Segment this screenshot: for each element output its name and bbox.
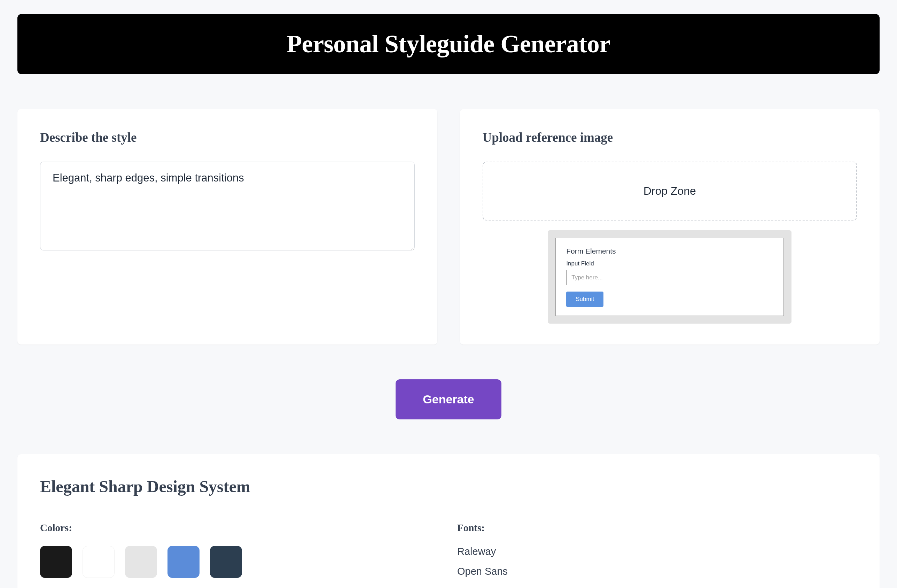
- preview-input-field: Type here...: [566, 270, 773, 285]
- preview-wrap: Form Elements Input Field Type here... S…: [483, 230, 857, 324]
- colors-section: Colors:: [40, 522, 440, 586]
- preview-heading: Form Elements: [566, 247, 773, 255]
- preview-form-box: Form Elements Input Field Type here... S…: [556, 238, 784, 316]
- color-swatch: [210, 546, 242, 578]
- drop-zone[interactable]: Drop Zone: [483, 162, 857, 220]
- color-swatch: [125, 546, 157, 578]
- preview-input-label: Input Field: [566, 260, 773, 267]
- color-swatch: [167, 546, 199, 578]
- generate-button[interactable]: Generate: [396, 379, 501, 420]
- result-card: Elegant Sharp Design System Colors: Font…: [17, 454, 880, 588]
- reference-preview: Form Elements Input Field Type here... S…: [548, 230, 791, 324]
- color-swatch: [40, 546, 72, 578]
- color-swatch: [83, 546, 115, 578]
- font-item: Raleway: [457, 546, 857, 557]
- upload-card: Upload reference image Drop Zone Form El…: [460, 109, 880, 345]
- upload-title: Upload reference image: [483, 130, 857, 145]
- color-swatches: [40, 546, 440, 578]
- page-title: Personal Styleguide Generator: [35, 30, 862, 58]
- font-list: Raleway Open Sans: [457, 546, 857, 577]
- preview-submit-button: Submit: [566, 292, 603, 307]
- describe-card: Describe the style: [17, 109, 437, 345]
- colors-label: Colors:: [40, 522, 440, 534]
- font-item: Open Sans: [457, 566, 857, 577]
- describe-title: Describe the style: [40, 130, 415, 145]
- fonts-section: Fonts: Raleway Open Sans: [457, 522, 857, 586]
- result-title: Elegant Sharp Design System: [40, 477, 857, 496]
- page-header: Personal Styleguide Generator: [17, 14, 880, 74]
- style-description-input[interactable]: [40, 162, 415, 250]
- fonts-label: Fonts:: [457, 522, 857, 534]
